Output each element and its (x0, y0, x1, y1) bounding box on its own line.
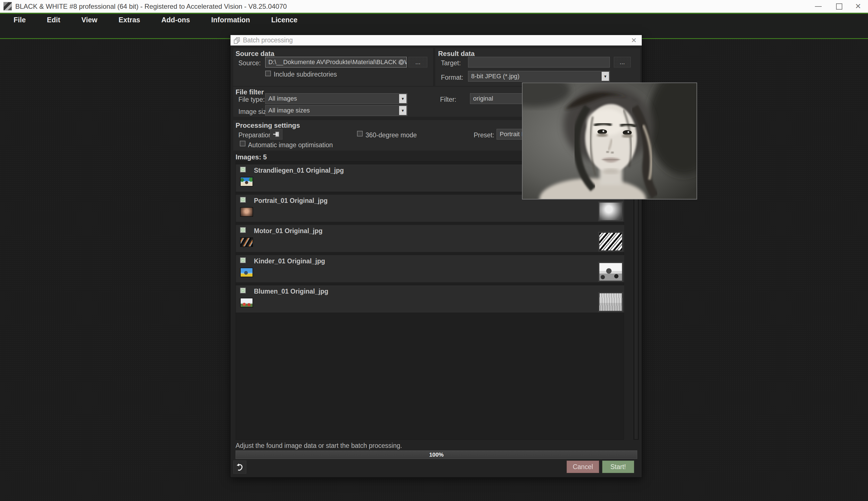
image-list-row[interactable]: Motor_01 Original_jpg (236, 225, 624, 252)
processing-settings-heading: Processing settings (236, 121, 300, 129)
filter-value: original (473, 95, 493, 102)
preparation-label: Preparation: (238, 131, 274, 139)
result-thumbnail-frame (598, 292, 623, 312)
file-type-dropdown-arrow-icon[interactable]: ▼ (399, 94, 406, 103)
result-thumbnail (599, 293, 622, 311)
dialog-titlebar[interactable]: Batch processing ✕ (230, 35, 642, 45)
source-label: Source: (238, 59, 261, 67)
close-window-button[interactable]: ✕ (848, 0, 868, 13)
menu-item-edit[interactable]: Edit (47, 16, 60, 24)
result-thumbnail-frame (598, 202, 623, 221)
menu-item-extras[interactable]: Extras (119, 16, 140, 24)
result-data-heading: Result data (438, 50, 475, 58)
image-row-checkbox[interactable] (240, 288, 246, 293)
source-thumbnail (240, 177, 253, 186)
menu-bar: FileEditViewExtrasAdd-onsInformationLice… (0, 14, 868, 26)
source-thumbnail (240, 207, 253, 217)
image-row-label: Strandliegen_01 Original_jpg (254, 167, 344, 174)
image-row-checkbox[interactable] (240, 167, 246, 172)
source-path-value: D:\__Dokumente AV\Produkte\Material\BLAC… (268, 58, 407, 66)
bw-portrait-preview (522, 83, 696, 199)
include-subdirectories-checkbox[interactable] (265, 71, 271, 76)
result-thumbnail (599, 203, 622, 220)
image-row-label: Portrait_01 Original_jpg (254, 197, 328, 205)
format-value: 8-bit JPEG (*.jpg) (471, 73, 519, 80)
progress-label: 100% (236, 451, 637, 458)
dialog-title: Batch processing (243, 36, 293, 44)
image-list: Strandliegen_01 Original_jpg Portrait_01… (236, 161, 624, 440)
image-row-label: Motor_01 Original_jpg (254, 227, 323, 235)
image-row-checkbox[interactable] (240, 227, 246, 233)
source-path-field[interactable]: D:\__Dokumente AV\Produkte\Material\BLAC… (265, 57, 407, 67)
image-list-row[interactable]: Kinder_01 Original_jpg (236, 255, 624, 282)
image-list-row[interactable]: Blumen_01 Original_jpg (236, 285, 624, 312)
result-preview-image (522, 83, 697, 200)
menu-item-licence[interactable]: Licence (271, 16, 297, 24)
minimize-button[interactable] (809, 0, 828, 13)
maximize-button[interactable] (829, 0, 849, 13)
result-thumbnail-frame (598, 262, 623, 282)
result-thumbnail (599, 263, 622, 280)
auto-optimisation-checkbox[interactable] (240, 141, 246, 146)
window-title: BLACK & WHITE #8 professional (64 bit) -… (15, 2, 287, 10)
start-button[interactable]: Start! (602, 461, 634, 473)
target-field[interactable] (468, 57, 610, 67)
browse-source-button[interactable]: ... (409, 57, 427, 67)
source-thumbnail (240, 268, 253, 277)
scrollbar-thumb[interactable] (634, 162, 638, 439)
image-size-dropdown-arrow-icon[interactable]: ▼ (399, 106, 406, 115)
image-row-label: Blumen_01 Original_jpg (254, 288, 328, 295)
source-thumbnail (240, 298, 253, 307)
result-thumbnail (599, 233, 622, 250)
cancel-button[interactable]: Cancel (567, 461, 599, 473)
image-row-label: Kinder_01 Original_jpg (254, 257, 325, 265)
auto-optimisation-label: Automatic image optimisation (248, 141, 333, 149)
images-count-heading: Images: 5 (236, 153, 267, 161)
source-data-heading: Source data (236, 50, 274, 58)
dialog-close-icon: ✕ (631, 36, 637, 44)
filter-label: Filter: (440, 96, 456, 104)
batch-dialog-icon (234, 37, 240, 44)
file-type-label: File type: (238, 96, 265, 104)
360-degree-mode-checkbox[interactable] (357, 131, 363, 137)
include-subdirectories-label: Include subdirectories (274, 71, 337, 78)
preparation-icon (273, 131, 280, 138)
file-type-dropdown[interactable]: All images ▼ (265, 93, 407, 104)
preparation-button[interactable] (270, 129, 282, 140)
format-dropdown[interactable]: 8-bit JPEG (*.jpg) ▼ (468, 71, 610, 82)
minimize-icon (815, 6, 822, 7)
format-label: Format: (441, 74, 463, 82)
format-dropdown-arrow-icon[interactable]: ▼ (601, 72, 609, 81)
image-list-scrollbar[interactable] (633, 161, 639, 440)
target-label: Target: (441, 59, 461, 67)
image-row-checkbox[interactable] (240, 257, 246, 263)
close-icon: ✕ (855, 2, 861, 11)
source-thumbnail (240, 237, 253, 247)
image-size-value: All image sizes (268, 107, 310, 114)
progress-bar: 100% (236, 450, 637, 459)
browse-target-button[interactable]: ... (614, 57, 631, 67)
result-thumbnail-frame (598, 232, 623, 252)
preset-label: Preset: (474, 131, 494, 139)
menu-item-view[interactable]: View (82, 16, 97, 24)
status-text: Adjust the found image data or start the… (236, 442, 402, 450)
360-degree-mode-label: 360-degree mode (366, 131, 417, 139)
image-size-dropdown[interactable]: All image sizes ▼ (265, 105, 407, 116)
file-filter-heading: File filter (236, 88, 264, 96)
image-row-checkbox[interactable] (240, 197, 246, 203)
clear-source-icon[interactable]: ✕ (399, 59, 404, 65)
app-icon (3, 2, 12, 10)
file-type-value: All images (268, 95, 297, 102)
maximize-icon (836, 3, 842, 10)
menu-item-add-ons[interactable]: Add-ons (161, 16, 190, 24)
undo-icon (236, 463, 244, 471)
os-titlebar: BLACK & WHITE #8 professional (64 bit) -… (0, 0, 868, 13)
menu-item-information[interactable]: Information (211, 16, 250, 24)
dialog-close-button[interactable]: ✕ (628, 35, 640, 45)
menu-item-file[interactable]: File (13, 16, 26, 24)
undo-button[interactable] (233, 461, 246, 473)
